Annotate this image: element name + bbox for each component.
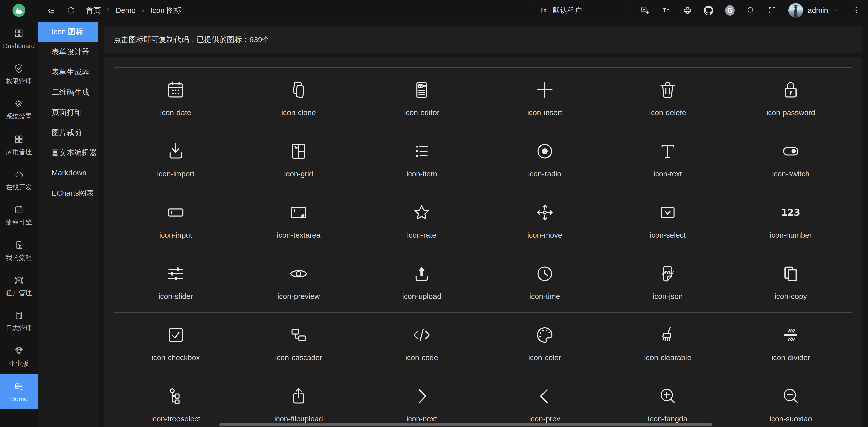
sidebar-item-label: 租户管理	[6, 290, 32, 296]
icon-cell-icon-upload[interactable]: icon-upload	[360, 251, 483, 313]
breadcrumb-separator-icon	[140, 7, 146, 13]
icon-cell-icon-json[interactable]: JSONicon-json	[607, 251, 730, 313]
icon-cell-label: icon-cascader	[275, 354, 322, 362]
icon-cell-label: icon-next	[406, 415, 437, 423]
chevron-down-icon	[833, 7, 840, 14]
sidebar-item-permissions[interactable]: 权限管理	[0, 56, 38, 91]
search-icon[interactable]	[746, 5, 756, 15]
shield-check-icon	[13, 63, 24, 74]
breadcrumb-item[interactable]: Demo	[116, 6, 136, 15]
icon-cell-icon-suoxiao[interactable]: icon-suoxiao	[729, 374, 852, 427]
breadcrumb-item[interactable]: 首页	[86, 5, 101, 16]
icon-cell-label: icon-editor	[404, 109, 439, 116]
icon-cell-icon-clearable[interactable]: icon-clearable	[607, 313, 730, 374]
icon-cell-icon-clone[interactable]: icon-clone	[238, 67, 361, 129]
icon-cell-icon-prev[interactable]: icon-prev	[483, 374, 607, 427]
submenu-item-rich-text-editor[interactable]: 富文本编辑器	[38, 143, 98, 163]
icon-cell-icon-insert[interactable]: icon-insert	[483, 67, 607, 129]
logo-icon	[12, 3, 26, 18]
icon-cell-icon-code[interactable]: icon-code	[360, 313, 483, 374]
submenu-item-markdown[interactable]: Markdown	[38, 163, 98, 183]
fullscreen-icon[interactable]	[767, 5, 777, 15]
icon-cell-icon-grid[interactable]: icon-grid	[238, 129, 361, 190]
icon-cell-icon-divider[interactable]: icon-divider	[729, 313, 852, 374]
translate-icon[interactable]	[641, 5, 650, 15]
icon-cell-icon-move[interactable]: icon-move	[483, 190, 607, 251]
icon-cell-icon-checkbox[interactable]: icon-checkbox	[114, 313, 238, 374]
grid-squares-icon	[13, 134, 24, 144]
icon-cell-icon-switch[interactable]: icon-switch	[729, 129, 852, 190]
clone-icon	[288, 80, 309, 100]
sidebar-item-my-workflow[interactable]: 我的流程	[0, 233, 38, 268]
submenu-item-image-crop[interactable]: 图片裁剪	[38, 122, 98, 143]
icon-cell-icon-input[interactable]: icon-input	[114, 190, 238, 251]
submenu-item-form-designer[interactable]: 表单设计器	[38, 42, 98, 62]
icon-cell-icon-treeselect[interactable]: icon-treeselect	[114, 374, 238, 427]
item-icon	[411, 141, 432, 162]
icon-cell-label: icon-grid	[284, 170, 313, 178]
submenu-item-icon[interactable]: Icon 图标	[38, 22, 98, 42]
submenu-item-page-print[interactable]: 页面打印	[38, 102, 98, 122]
icon-cell-icon-time[interactable]: icon-time	[483, 251, 607, 313]
date-icon	[165, 80, 186, 100]
sidebar-item-tenant-management[interactable]: 租户管理	[0, 268, 38, 303]
sidebar-item-enterprise[interactable]: 企业版	[0, 339, 38, 374]
icon-cell-icon-rate[interactable]: icon-rate	[360, 190, 483, 251]
sidebar-item-log-management[interactable]: 日志管理	[0, 303, 38, 339]
horizontal-scrollbar-thumb[interactable]	[219, 424, 712, 426]
icon-cell-icon-delete[interactable]: icon-delete	[607, 67, 730, 129]
breadcrumb: 首页DemoIcon 图标	[86, 5, 182, 16]
sidebar-item-dashboard[interactable]: Dashboard	[0, 21, 38, 56]
app-logo[interactable]	[0, 0, 38, 21]
icon-cell-icon-slider[interactable]: icon-slider	[114, 251, 238, 313]
language-globe-icon[interactable]	[683, 5, 692, 15]
submenu-item-label: 表单生成器	[52, 67, 89, 77]
primary-sidebar: Dashboard权限管理系统设置应用管理在线开发流程引擎我的流程租户管理日志管…	[0, 0, 38, 427]
icon-cell-label: icon-select	[650, 231, 686, 239]
icon-cell-icon-preview[interactable]: icon-preview	[238, 251, 361, 313]
tenant-select[interactable]: 默认租户	[534, 4, 629, 17]
refresh-icon[interactable]	[66, 5, 76, 15]
icon-cell-icon-copy[interactable]: icon-copy	[729, 251, 852, 313]
user-menu[interactable]: admin	[788, 3, 840, 18]
icon-cell-label: icon-import	[157, 170, 194, 178]
breadcrumb-item[interactable]: Icon 图标	[150, 5, 182, 16]
icon-cell-icon-select[interactable]: icon-select	[607, 190, 730, 251]
icon-cell-label: icon-move	[527, 231, 562, 239]
svg-text:T: T	[662, 7, 666, 13]
icon-cell-icon-fileupload[interactable]: icon-fileupload	[238, 374, 361, 427]
icon-cell-icon-item[interactable]: icon-item	[360, 129, 483, 190]
sidebar-item-workflow-engine[interactable]: 流程引擎	[0, 197, 38, 233]
font-size-icon[interactable]: TT	[661, 5, 671, 15]
icon-cell-icon-number[interactable]: 123icon-number	[729, 190, 852, 251]
icon-cell-icon-fangda[interactable]: icon-fangda	[607, 374, 730, 427]
sidebar-collapse-icon[interactable]	[46, 5, 56, 15]
icon-cell-icon-text[interactable]: icon-text	[607, 129, 730, 190]
sidebar-item-label: Dashboard	[3, 42, 35, 49]
more-menu-icon[interactable]	[851, 5, 861, 15]
icon-cell-icon-next[interactable]: icon-next	[360, 374, 483, 427]
submenu-item-echarts[interactable]: ECharts图表	[38, 183, 98, 203]
icon-cell-icon-editor[interactable]: icon-editor	[360, 67, 483, 129]
icon-cell-icon-password[interactable]: icon-password	[729, 67, 852, 129]
icon-cell-label: icon-switch	[772, 170, 809, 178]
json-icon: JSON	[657, 263, 678, 284]
submenu-item-form-generator[interactable]: 表单生成器	[38, 62, 98, 82]
delete-icon	[657, 80, 678, 100]
icon-cell-label: icon-clearable	[644, 354, 691, 362]
svg-text:123: 123	[781, 207, 800, 218]
gitee-icon[interactable]: G	[725, 5, 735, 15]
icon-cell-icon-textarea[interactable]: icon-textarea	[238, 190, 361, 251]
icon-cell-icon-import[interactable]: icon-import	[114, 129, 238, 190]
sidebar-item-system-settings[interactable]: 系统设置	[0, 91, 38, 127]
icon-cell-icon-date[interactable]: icon-date	[114, 67, 238, 129]
icon-cell-icon-color[interactable]: icon-color	[483, 313, 607, 374]
submenu-item-qrcode-generator[interactable]: 二维码生成	[38, 82, 98, 102]
icon-cell-icon-cascader[interactable]: icon-cascader	[238, 313, 361, 374]
sidebar-item-demo[interactable]: Demo	[0, 374, 38, 409]
github-icon[interactable]	[704, 5, 713, 15]
building-icon	[540, 6, 548, 15]
sidebar-item-online-dev[interactable]: 在线开发	[0, 162, 38, 197]
sidebar-item-app-management[interactable]: 应用管理	[0, 127, 38, 162]
icon-cell-icon-radio[interactable]: icon-radio	[483, 129, 607, 190]
